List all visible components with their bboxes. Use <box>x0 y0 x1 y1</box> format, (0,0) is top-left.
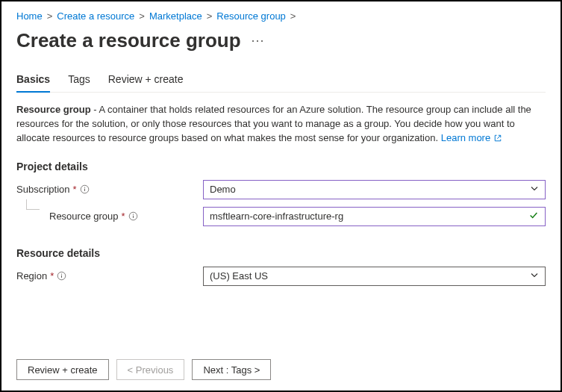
next-button[interactable]: Next : Tags > <box>192 359 271 380</box>
breadcrumb-home[interactable]: Home <box>16 10 43 22</box>
chevron-right-icon: > <box>290 10 296 22</box>
tab-review-create[interactable]: Review + create <box>108 73 184 93</box>
subscription-label: Subscription <box>16 184 70 195</box>
tree-connector <box>16 207 46 226</box>
tabs: Basics Tags Review + create <box>16 73 546 93</box>
svg-point-7 <box>61 273 62 274</box>
breadcrumb-resource-group[interactable]: Resource group <box>216 10 286 22</box>
required-indicator: * <box>50 270 54 281</box>
region-label: Region <box>16 270 47 281</box>
region-value: (US) East US <box>210 270 268 281</box>
info-icon[interactable] <box>128 211 138 221</box>
tab-tags[interactable]: Tags <box>68 73 90 93</box>
chevron-down-icon <box>530 270 539 281</box>
breadcrumb-create-resource[interactable]: Create a resource <box>57 10 134 22</box>
review-create-button[interactable]: Review + create <box>16 359 109 380</box>
svg-point-1 <box>84 187 84 187</box>
required-indicator: * <box>73 184 77 195</box>
description-text: Resource group - A container that holds … <box>16 103 546 147</box>
section-resource-details: Resource details <box>16 247 546 259</box>
footer: Review + create < Previous Next : Tags > <box>1 349 561 391</box>
svg-rect-2 <box>84 189 85 191</box>
learn-more-link[interactable]: Learn more <box>441 132 490 143</box>
resource-group-label: Resource group <box>49 211 119 222</box>
more-actions-button[interactable]: ··· <box>252 33 265 49</box>
info-icon[interactable] <box>57 271 66 281</box>
breadcrumb-marketplace[interactable]: Marketplace <box>149 10 202 22</box>
subscription-value: Demo <box>210 184 236 195</box>
external-link-icon <box>493 133 502 147</box>
section-project-details: Project details <box>16 161 546 172</box>
checkmark-icon <box>528 210 539 223</box>
region-select[interactable]: (US) East US <box>203 267 546 286</box>
required-indicator: * <box>122 211 125 222</box>
subscription-select[interactable]: Demo <box>203 180 546 199</box>
breadcrumb: Home > Create a resource > Marketplace >… <box>16 10 546 22</box>
svg-rect-5 <box>133 216 134 218</box>
chevron-right-icon: > <box>207 10 213 22</box>
resource-group-input[interactable]: msftlearn-core-infrastructure-rg <box>203 207 546 226</box>
page-title: Create a resource group <box>16 29 241 52</box>
description-bold: Resource group <box>16 104 91 115</box>
page-title-row: Create a resource group ··· <box>16 29 546 52</box>
svg-point-4 <box>132 214 133 214</box>
chevron-right-icon: > <box>139 10 145 22</box>
resource-group-value: msftlearn-core-infrastructure-rg <box>210 211 343 222</box>
chevron-right-icon: > <box>47 10 53 22</box>
previous-button: < Previous <box>116 359 185 380</box>
chevron-down-icon <box>530 184 539 195</box>
tab-basics[interactable]: Basics <box>16 73 50 93</box>
svg-rect-8 <box>61 276 62 278</box>
info-icon[interactable] <box>80 184 90 194</box>
